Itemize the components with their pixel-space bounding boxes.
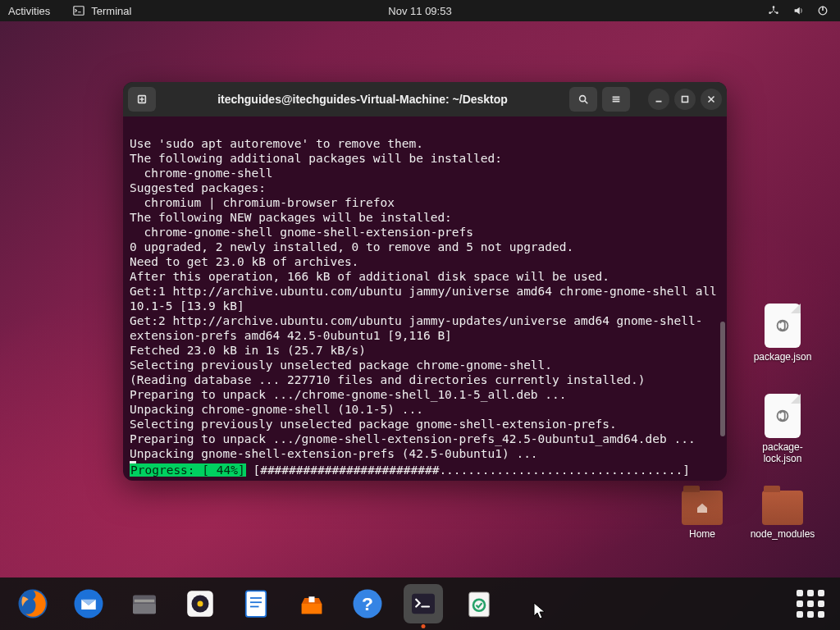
desktop-file-package-lock[interactable]: package-lock.json — [750, 394, 815, 464]
svg-rect-15 — [133, 604, 156, 614]
svg-point-18 — [198, 601, 203, 607]
json-file-icon — [765, 394, 801, 438]
maximize-button[interactable] — [674, 89, 696, 110]
apt-progress-bar: Progress: [ 44%] [######################… — [130, 463, 720, 477]
window-titlebar[interactable]: itechguides@itechguides-Virtual-Machine:… — [123, 82, 727, 116]
dock-help[interactable]: ? — [348, 584, 387, 623]
dock-rhythmbox[interactable] — [180, 584, 220, 623]
terminal-icon — [73, 5, 84, 16]
show-applications-button[interactable] — [794, 587, 827, 620]
svg-rect-10 — [682, 97, 688, 103]
dock-firefox[interactable] — [13, 584, 52, 623]
search-button[interactable] — [569, 87, 597, 112]
scrollbar-thumb[interactable] — [720, 322, 725, 436]
desktop-file-package-json[interactable]: package.json — [750, 304, 815, 363]
terminal-output[interactable]: Use 'sudo apt autoremove' to remove them… — [123, 116, 727, 481]
active-app-indicator[interactable]: Terminal — [73, 5, 131, 17]
network-icon[interactable] — [768, 5, 779, 16]
active-app-name: Terminal — [91, 5, 131, 17]
close-button[interactable] — [701, 89, 722, 110]
power-icon[interactable] — [817, 5, 829, 16]
dock-ubuntu-software[interactable] — [292, 584, 331, 623]
svg-rect-28 — [469, 592, 490, 617]
dock-terminal[interactable] — [404, 584, 443, 623]
dock-files[interactable] — [125, 584, 164, 623]
desktop-icon-label: node_modules — [751, 528, 815, 540]
mouse-cursor-icon — [533, 602, 546, 620]
svg-rect-27 — [412, 594, 435, 614]
volume-icon[interactable] — [792, 5, 804, 16]
window-title: itechguides@itechguides-Virtual-Machine:… — [161, 93, 564, 106]
svg-rect-24 — [302, 604, 322, 614]
svg-point-6 — [778, 321, 788, 331]
desktop-folder-home[interactable]: Home — [669, 491, 735, 540]
desktop-folder-node-modules[interactable]: node_modules — [750, 491, 815, 540]
dock-libreoffice-writer[interactable] — [236, 584, 276, 623]
top-bar: Activities Terminal Nov 11 09:53 — [0, 0, 840, 21]
desktop-icon-label: package.json — [754, 351, 812, 363]
svg-point-9 — [580, 96, 586, 102]
minimize-button[interactable] — [648, 89, 669, 110]
menu-button[interactable] — [602, 87, 630, 112]
home-folder-icon — [682, 491, 723, 525]
terminal-window[interactable]: itechguides@itechguides-Virtual-Machine:… — [123, 82, 727, 481]
dock-thunderbird[interactable] — [69, 584, 108, 623]
svg-rect-19 — [246, 591, 267, 617]
svg-rect-14 — [135, 600, 155, 603]
folder-icon — [762, 491, 803, 525]
desktop-icon-label: package-lock.json — [750, 441, 815, 464]
dock-trash[interactable] — [459, 584, 499, 623]
desktop-icon-label: Home — [689, 528, 715, 540]
svg-point-7 — [778, 411, 788, 422]
json-file-icon — [765, 304, 801, 348]
svg-rect-0 — [74, 7, 84, 16]
svg-text:?: ? — [362, 593, 373, 614]
clock[interactable]: Nov 11 09:53 — [388, 5, 451, 17]
dock: ? — [0, 578, 840, 630]
activities-button[interactable]: Activities — [8, 5, 50, 17]
new-tab-button[interactable] — [128, 87, 156, 112]
